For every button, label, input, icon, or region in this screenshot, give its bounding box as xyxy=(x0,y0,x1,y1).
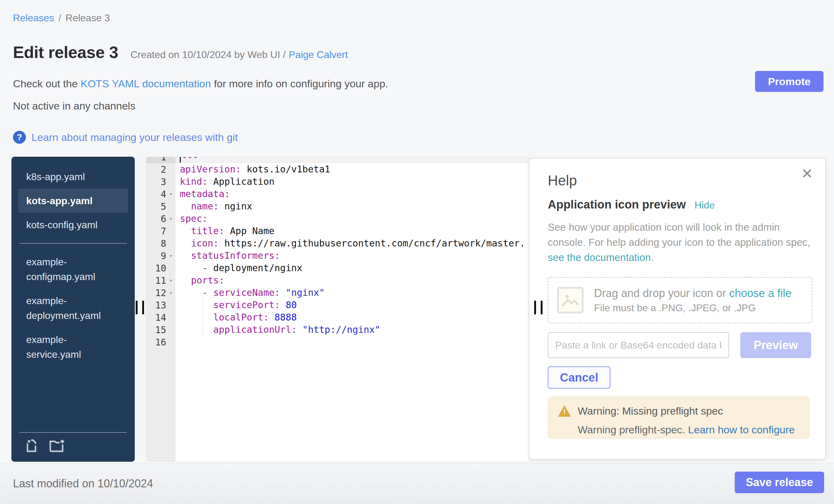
file-item-example-deployment.yaml[interactable]: example-deployment.yaml xyxy=(18,289,128,328)
file-item-kots-app.yaml[interactable]: kots-app.yaml xyxy=(18,189,128,213)
code-line-16 xyxy=(175,336,529,348)
add-file-button[interactable] xyxy=(26,439,38,453)
docs-line-pre: Check out the xyxy=(13,78,81,89)
warning-detail: Warning preflight-spec. Learn how to con… xyxy=(578,424,800,436)
created-info: Created on 10/10/2024 by Web UI /Paige C… xyxy=(130,49,348,61)
preflight-warning-box: ! Warning: Missing preflight spec Warnin… xyxy=(548,397,810,439)
file-item-kots-config.yaml[interactable]: kots-config.yaml xyxy=(18,213,128,237)
fold-arrow-icon[interactable]: ▾ xyxy=(166,287,175,299)
gutter-line-16: 16 xyxy=(146,336,175,348)
gutter-line-14: 14 xyxy=(146,311,175,324)
edit-release-page: Releases/Release 3 Edit release 3 Create… xyxy=(0,0,834,504)
icon-preview-description: See how your application icon will look … xyxy=(548,220,816,265)
dropzone-text: Drag and drop your icon or choose a file… xyxy=(594,287,791,314)
code-line-5: name: nginx xyxy=(175,200,529,213)
gutter-line-10: 10 xyxy=(146,262,175,274)
icon-preview-section-header: Application icon preview Hide xyxy=(548,198,715,211)
gutter-line-11: 11▾ xyxy=(146,274,175,287)
warning-triangle-icon: ! xyxy=(558,405,571,417)
docs-line-post: for more info on configuring your app. xyxy=(211,78,388,89)
editor-scroll-area: 1234▾56▾789▾1011▾12▾13141516 ---apiVersi… xyxy=(146,157,529,348)
question-icon: ? xyxy=(13,131,26,144)
docs-line: Check out the KOTS YAML documentation fo… xyxy=(13,78,388,90)
save-release-button[interactable]: Save release xyxy=(735,472,824,493)
gutter-line-13: 13 xyxy=(146,299,175,311)
icon-url-input[interactable] xyxy=(548,332,729,358)
code-line-4: metadata: xyxy=(175,188,529,200)
gutter-line-12: 12▾ xyxy=(146,287,175,299)
icon-preview-title: Application icon preview xyxy=(548,198,686,211)
editor-gutter: 1234▾56▾789▾1011▾12▾13141516 xyxy=(146,157,175,348)
dropzone-file-types: File must be a .PNG, .JPEG, or .JPG xyxy=(594,302,791,314)
help-panel: ✕ Help Application icon preview Hide See… xyxy=(529,158,826,460)
gutter-line-1: 1 xyxy=(146,157,175,163)
editor-code: ---apiVersion: kots.io/v1beta1kind: Appl… xyxy=(175,157,529,348)
last-modified-text: Last modified on 10/10/2024 xyxy=(13,477,153,490)
promote-button[interactable]: Promote xyxy=(755,71,824,92)
left-pane-resize-handle[interactable] xyxy=(136,301,144,314)
add-file-icon xyxy=(26,439,38,453)
code-line-12: - serviceName: "nginx" xyxy=(175,287,529,299)
file-item-example-configmap.yaml[interactable]: example-configmap.yaml xyxy=(18,250,128,289)
created-text: Created on 10/10/2024 by Web UI / xyxy=(130,49,286,60)
gutter-line-15: 15 xyxy=(146,324,175,336)
description-text: See how your application icon will look … xyxy=(548,221,810,248)
breadcrumb-current: Release 3 xyxy=(65,12,110,23)
text-cursor xyxy=(180,157,181,162)
code-line-11: ports: xyxy=(175,274,529,287)
description-period: . xyxy=(651,252,654,263)
image-placeholder-icon xyxy=(557,287,584,313)
file-tree-footer xyxy=(19,432,127,455)
breadcrumb: Releases/Release 3 xyxy=(13,12,110,24)
help-title: Help xyxy=(548,172,577,189)
hide-link[interactable]: Hide xyxy=(695,200,715,211)
file-item-k8s-app.yaml[interactable]: k8s-app.yaml xyxy=(18,165,128,189)
gutter-line-3: 3 xyxy=(146,176,175,188)
gutter-line-4: 4▾ xyxy=(146,188,175,200)
breadcrumb-separator: / xyxy=(58,12,61,23)
code-line-3: kind: Application xyxy=(175,176,529,188)
preview-button[interactable]: Preview xyxy=(740,332,811,358)
choose-file-link[interactable]: choose a file xyxy=(729,287,791,300)
cancel-button[interactable]: Cancel xyxy=(548,367,610,389)
file-tree-panel: k8s-app.yamlkots-app.yamlkots-config.yam… xyxy=(12,157,135,462)
code-line-7: title: App Name xyxy=(175,225,529,237)
yaml-editor[interactable]: 1234▾56▾789▾1011▾12▾13141516 ---apiVersi… xyxy=(146,157,529,462)
gutter-line-8: 8 xyxy=(146,237,175,249)
fold-arrow-icon[interactable]: ▾ xyxy=(166,274,175,287)
fold-arrow-icon[interactable]: ▾ xyxy=(166,213,175,225)
code-line-15: applicationUrl: "http://nginx" xyxy=(175,324,529,336)
code-line-10: - deployment/nginx xyxy=(175,262,529,274)
breadcrumb-link-releases[interactable]: Releases xyxy=(13,12,54,23)
created-by-link[interactable]: Paige Calvert xyxy=(289,49,348,60)
close-icon[interactable]: ✕ xyxy=(801,165,813,182)
fold-arrow-icon[interactable]: ▾ xyxy=(166,249,175,262)
git-help-link[interactable]: ? Learn about managing your releases wit… xyxy=(13,131,238,144)
code-line-1: --- xyxy=(175,157,529,163)
code-line-9: statusInformers: xyxy=(175,249,529,262)
code-line-14: localPort: 8888 xyxy=(175,311,529,324)
git-help-label: Learn about managing your releases with … xyxy=(31,131,238,144)
icon-dropzone[interactable]: Drag and drop your icon or choose a file… xyxy=(548,277,812,323)
gutter-line-2: 2 xyxy=(146,163,175,176)
add-folder-icon xyxy=(49,439,66,453)
fold-arrow-icon[interactable]: ▾ xyxy=(166,188,175,200)
file-item-example-service.yaml[interactable]: example-service.yaml xyxy=(18,328,128,367)
warning-title: Warning: Missing preflight spec xyxy=(578,405,723,417)
code-line-8: icon: https://raw.githubusercontent.com/… xyxy=(175,237,529,249)
add-folder-button[interactable] xyxy=(49,439,66,453)
code-line-13: servicePort: 80 xyxy=(175,299,529,311)
file-list-divider xyxy=(19,243,127,244)
kots-yaml-docs-link[interactable]: KOTS YAML documentation xyxy=(81,78,211,89)
file-list: k8s-app.yamlkots-app.yamlkots-config.yam… xyxy=(12,165,135,367)
code-line-6: spec: xyxy=(175,213,529,225)
footer-bar: Last modified on 10/10/2024 Save release xyxy=(0,463,834,504)
gutter-line-5: 5 xyxy=(146,200,175,213)
see-documentation-link[interactable]: see the documentation xyxy=(548,252,651,263)
gutter-line-7: 7 xyxy=(146,225,175,237)
right-pane-resize-handle[interactable] xyxy=(534,301,543,314)
gutter-line-6: 6▾ xyxy=(146,213,175,225)
dropzone-label: Drag and drop your icon or xyxy=(594,287,729,300)
warning-detail-text: Warning preflight-spec. xyxy=(578,424,688,436)
learn-configure-link[interactable]: Learn how to configure xyxy=(688,424,795,436)
